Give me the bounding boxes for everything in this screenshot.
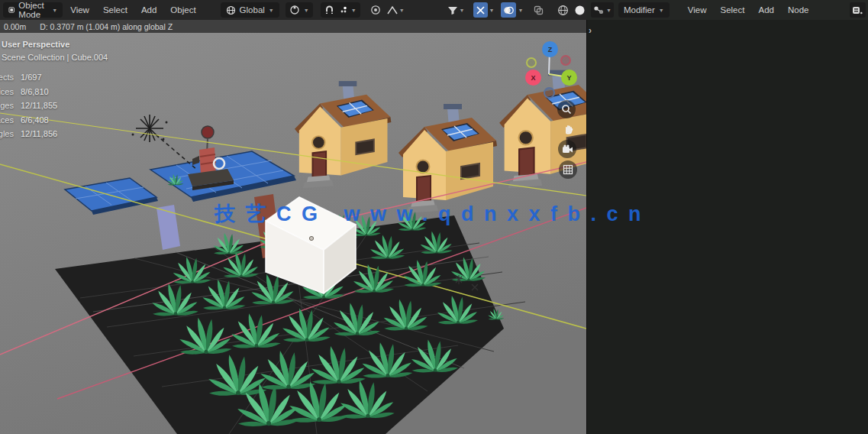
overlays-dropdown[interactable]: ▼ [518, 8, 523, 13]
mode-label: Object Mode [18, 1, 48, 19]
tool-settings-bar: 0.00m D: 0.3707 m (1.004 m) along global… [0, 20, 586, 33]
chevron-down-icon: ▼ [351, 8, 357, 13]
pivot-point-dropdown[interactable]: ▼ [286, 2, 313, 18]
chevron-down-icon: ▼ [659, 8, 664, 13]
stat-row: Vertices8/6,810 [0, 85, 57, 99]
falloff-curve-icon [387, 5, 398, 15]
stat-label: Objects [0, 73, 14, 82]
stat-value: 6/6,408 [21, 115, 49, 125]
pivot-point-icon [289, 5, 300, 15]
view-label: User Perspective [2, 40, 69, 49]
move-view-button[interactable] [560, 119, 578, 138]
shading-wireframe[interactable] [555, 2, 571, 18]
snap-target-dropdown[interactable]: ▼ [337, 2, 359, 18]
snap-target-icon [340, 5, 350, 15]
gizmo-z-label: Z [548, 46, 553, 53]
hand-icon [563, 122, 575, 134]
menu-select[interactable]: Select [97, 3, 134, 17]
xray-icon [534, 5, 544, 15]
gizmo-icon [476, 5, 486, 15]
toggle-xray[interactable] [531, 2, 546, 18]
menu-node-node[interactable]: Node [782, 3, 815, 17]
menu-node-add[interactable]: Add [752, 3, 779, 17]
object-visibility-dropdown[interactable]: ▼ [445, 2, 467, 18]
node-tree-browse-icon [852, 5, 863, 15]
snap-magnet-toggle[interactable] [322, 2, 337, 18]
chevron-down-icon: ▼ [606, 8, 611, 13]
geometry-nodes-icon [593, 5, 605, 15]
stat-row: Triangles12/11,856 [0, 127, 57, 141]
wireframe-sphere-icon [557, 5, 569, 16]
menu-object[interactable]: Object [164, 3, 202, 17]
show-gizmo-toggle[interactable] [473, 2, 488, 18]
node-editor-type-dropdown[interactable]: ▼ [591, 2, 614, 18]
snapping-group: ▼ [321, 2, 360, 18]
globe-icon [226, 5, 236, 15]
stat-value: 12/11,855 [21, 101, 57, 110]
gizmo-y-label: Y [566, 74, 571, 82]
chevron-down-icon: ▼ [269, 8, 274, 13]
gizmo-z-axis[interactable]: Z [542, 41, 558, 57]
transform-status: D: 0.3707 m (1.004 m) along global Z [40, 22, 173, 31]
menu-view[interactable]: View [64, 3, 95, 17]
menu-node-view[interactable]: View [682, 3, 713, 17]
gizmo-x-label: X [531, 74, 535, 82]
proportional-editing-icon [370, 5, 381, 15]
stat-row: Objects1/697 [0, 70, 57, 85]
object-origin-dot [309, 236, 313, 240]
editor-type-icon [8, 5, 15, 15]
unit-readout: 0.00m [4, 22, 26, 31]
gizmo-y-axis[interactable]: Y [561, 70, 577, 86]
magnifier-icon [561, 104, 572, 115]
camera-view-button[interactable] [558, 140, 576, 158]
node-editor-header: ▼ Modifier ▼ View Select Add Node + New [586, 0, 868, 20]
stat-value: 1/697 [21, 73, 42, 82]
zoom-view-button[interactable] [557, 100, 576, 118]
chevron-down-icon: ▼ [52, 8, 57, 13]
mode-dropdown[interactable]: Object Mode ▼ [3, 2, 63, 18]
statistics-overlay: Objects1/697Vertices8/6,810Edges12/11,85… [0, 70, 57, 141]
stat-row: Edges12/11,855 [0, 99, 57, 113]
gizmo-neg-y-axis[interactable] [526, 57, 537, 68]
browse-node-tree-button[interactable] [850, 2, 866, 18]
show-overlays-toggle[interactable] [501, 2, 516, 18]
blender-window: › Object Mode ▼ View Select Add Object G… [0, 0, 868, 434]
visibility-funnel-icon [447, 5, 458, 15]
solid-sphere-icon [574, 5, 586, 16]
watermark-text: 技艺CG www.qdnxxfb.cn [215, 200, 651, 228]
stat-label: Faces [0, 115, 14, 125]
proportional-editing-toggle[interactable] [368, 2, 383, 18]
menu-add[interactable]: Add [135, 3, 163, 17]
stat-value: 12/11,856 [21, 129, 57, 138]
snap-magnet-icon [324, 5, 334, 15]
stat-label: Edges [0, 101, 14, 110]
gizmo-x-axis[interactable]: X [525, 70, 541, 86]
tree-type-label: Modifier [624, 5, 655, 15]
viewport-header: Object Mode ▼ View Select Add Object Glo… [0, 0, 586, 20]
navigation-gizmo[interactable]: Z Y X [516, 37, 589, 110]
proportional-falloff-dropdown[interactable]: ▼ [385, 2, 407, 18]
stat-label: Vertices [0, 87, 14, 96]
orientation-label: Global [240, 5, 265, 15]
stat-label: Triangles [0, 129, 14, 138]
chevron-down-icon: ▼ [399, 8, 405, 13]
stat-value: 8/6,810 [21, 87, 49, 96]
chevron-down-icon: ▼ [304, 8, 309, 13]
gizmo-dropdown[interactable]: ▼ [489, 8, 495, 13]
stat-row: Faces6/6,408 [0, 113, 57, 128]
gizmo-neg-z-axis[interactable] [544, 87, 555, 99]
context-label: Scene Collection | Cube.004 [2, 53, 108, 62]
camera-icon [562, 144, 573, 154]
gizmo-neg-x-axis[interactable] [560, 55, 571, 66]
overlays-icon [503, 5, 514, 15]
perspective-toggle-button[interactable] [559, 160, 577, 179]
grid-perspective-icon [563, 164, 573, 175]
chevron-down-icon: ▼ [460, 8, 465, 13]
sidebar-collapse-arrow[interactable]: › [589, 25, 592, 36]
node-tree-type-dropdown[interactable]: Modifier ▼ [618, 2, 670, 18]
transform-orientation-dropdown[interactable]: Global ▼ [221, 2, 279, 18]
menu-node-select[interactable]: Select [715, 3, 751, 17]
